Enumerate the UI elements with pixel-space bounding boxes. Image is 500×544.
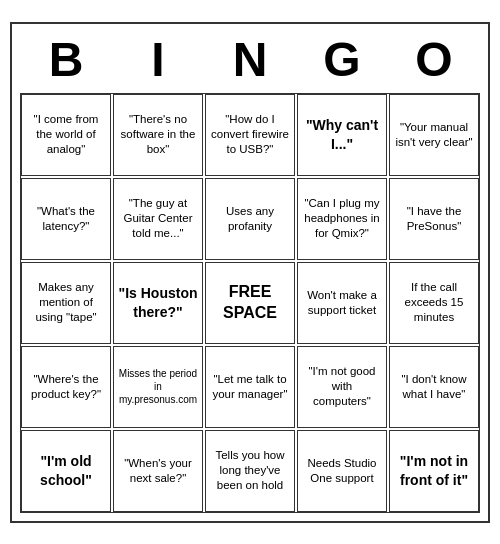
- bingo-cell-23: Needs Studio One support: [297, 430, 387, 512]
- bingo-cell-7: Uses any profanity: [205, 178, 295, 260]
- bingo-cell-1: "There's no software in the box": [113, 94, 203, 176]
- bingo-cell-18: "I'm not good with computers": [297, 346, 387, 428]
- bingo-cell-11: "Is Houston there?": [113, 262, 203, 344]
- bingo-cell-22: Tells you how long they've been on hold: [205, 430, 295, 512]
- bingo-cell-21: "When's your next sale?": [113, 430, 203, 512]
- bingo-letter-g: G: [298, 32, 386, 87]
- bingo-cell-14: If the call exceeds 15 minutes: [389, 262, 479, 344]
- bingo-cell-2: "How do I convert firewire to USB?": [205, 94, 295, 176]
- bingo-title: BINGO: [20, 32, 480, 87]
- bingo-cell-5: "What's the latency?": [21, 178, 111, 260]
- bingo-card: BINGO "I come from the world of analog""…: [10, 22, 490, 523]
- bingo-cell-8: "Can I plug my headphones in for Qmix?": [297, 178, 387, 260]
- bingo-cell-15: "Where's the product key?": [21, 346, 111, 428]
- bingo-cell-9: "I have the PreSonus": [389, 178, 479, 260]
- bingo-letter-b: B: [22, 32, 110, 87]
- bingo-cell-13: Won't make a support ticket: [297, 262, 387, 344]
- bingo-cell-16: Misses the period in my.presonus.com: [113, 346, 203, 428]
- bingo-letter-o: O: [390, 32, 478, 87]
- bingo-cell-6: "The guy at Guitar Center told me...": [113, 178, 203, 260]
- bingo-letter-i: I: [114, 32, 202, 87]
- bingo-cell-24: "I'm not in front of it": [389, 430, 479, 512]
- bingo-cell-10: Makes any mention of using "tape": [21, 262, 111, 344]
- bingo-cell-12: FREE SPACE: [205, 262, 295, 344]
- bingo-cell-17: "Let me talk to your manager": [205, 346, 295, 428]
- bingo-cell-3: "Why can't I...": [297, 94, 387, 176]
- bingo-grid: "I come from the world of analog""There'…: [20, 93, 480, 513]
- bingo-cell-4: "Your manual isn't very clear": [389, 94, 479, 176]
- bingo-cell-20: "I'm old school": [21, 430, 111, 512]
- bingo-cell-19: "I don't know what I have": [389, 346, 479, 428]
- bingo-cell-0: "I come from the world of analog": [21, 94, 111, 176]
- bingo-letter-n: N: [206, 32, 294, 87]
